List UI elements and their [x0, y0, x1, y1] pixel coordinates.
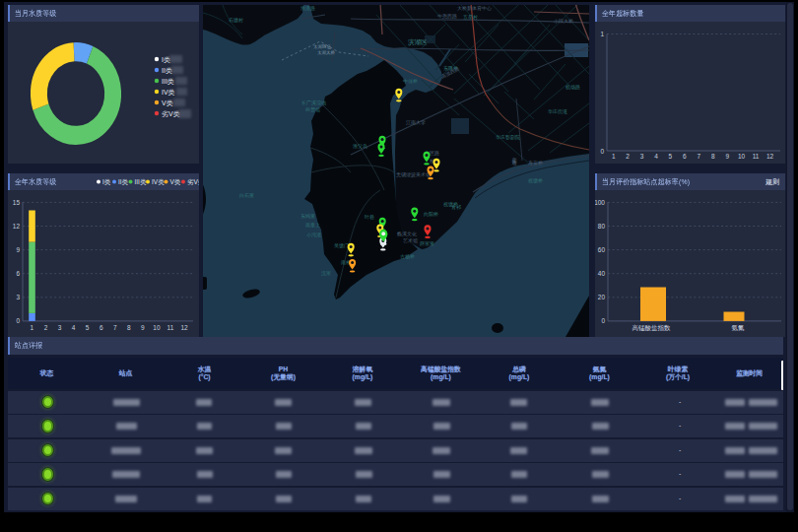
- svg-text:机场路: 机场路: [565, 84, 580, 91]
- svg-text:立信大道: 立信大道: [511, 153, 517, 166]
- svg-text:古杨桥: 古杨桥: [400, 253, 415, 260]
- svg-text:12: 12: [766, 153, 774, 160]
- svg-text:1: 1: [31, 324, 34, 331]
- svg-text:80: 80: [598, 223, 606, 230]
- svg-text:2: 2: [44, 324, 48, 331]
- svg-text:I类: I类: [102, 178, 111, 185]
- svg-text:大桥新体育中心: 大桥新体育中心: [457, 5, 492, 11]
- svg-text:向阳桥: 向阳桥: [424, 211, 438, 218]
- svg-text:石塘村: 石塘村: [229, 17, 243, 24]
- svg-text:9: 9: [141, 324, 145, 331]
- svg-text:60: 60: [598, 246, 606, 253]
- svg-text:III类: III类: [135, 178, 147, 185]
- svg-text:2: 2: [626, 153, 630, 160]
- svg-text:东鸠里: 东鸠里: [300, 213, 315, 219]
- svg-text:小叚大桥: 小叚大桥: [554, 18, 573, 24]
- svg-text:华庄影剧院: 华庄影剧院: [496, 134, 520, 141]
- svg-text:5: 5: [86, 324, 90, 331]
- svg-text:100: 100: [595, 199, 605, 206]
- svg-text:中佳桥: 中佳桥: [403, 78, 418, 84]
- svg-text:8: 8: [711, 153, 715, 160]
- svg-text:IV类: IV类: [162, 89, 175, 96]
- svg-text:6: 6: [100, 324, 103, 331]
- svg-text:II类: II类: [118, 178, 129, 185]
- svg-text:8: 8: [127, 324, 131, 331]
- svg-text:4: 4: [654, 153, 658, 160]
- svg-text:9: 9: [16, 246, 20, 253]
- svg-text:沈家: 沈家: [321, 270, 331, 277]
- svg-text:五星村: 五星村: [463, 14, 478, 21]
- svg-text:0: 0: [601, 317, 605, 324]
- svg-text:南泰上: 南泰上: [305, 222, 320, 228]
- svg-text:1: 1: [600, 31, 604, 37]
- svg-text:0: 0: [600, 148, 604, 155]
- svg-text:祝塘桥: 祝塘桥: [528, 177, 543, 184]
- svg-text:长广溪湿地: 长广溪湿地: [301, 100, 326, 106]
- svg-text:薛家里: 薛家里: [420, 240, 434, 246]
- svg-text:3: 3: [16, 294, 20, 300]
- svg-text:40: 40: [598, 270, 606, 277]
- svg-text:科普馆: 科普馆: [305, 106, 320, 113]
- svg-text:3: 3: [640, 153, 644, 160]
- svg-text:1: 1: [612, 153, 616, 160]
- svg-text:叶巷: 叶巷: [365, 214, 374, 220]
- svg-text:3: 3: [58, 324, 62, 331]
- svg-text:V类: V类: [170, 178, 181, 185]
- svg-text:11: 11: [753, 153, 760, 160]
- svg-text:20: 20: [598, 294, 606, 300]
- svg-text:V类: V类: [162, 100, 173, 106]
- svg-text:劣V类: 劣V类: [187, 178, 199, 186]
- svg-text:11: 11: [167, 324, 174, 331]
- svg-text:无锡绿波美术馆: 无锡绿波美术馆: [396, 171, 431, 178]
- svg-text:10: 10: [153, 324, 161, 331]
- svg-text:白石里: 白石里: [239, 192, 254, 199]
- svg-text:4: 4: [72, 324, 76, 331]
- svg-text:10: 10: [738, 153, 746, 160]
- svg-text:小湾渚: 小湾渚: [306, 232, 321, 238]
- svg-text:江南大学: 江南大学: [406, 119, 426, 126]
- svg-text:6: 6: [683, 153, 687, 160]
- svg-text:III类: III类: [162, 78, 174, 85]
- svg-text:滨湖区: 滨湖区: [408, 38, 428, 46]
- svg-text:太湖大桥: 太湖大桥: [317, 50, 336, 55]
- svg-text:15: 15: [13, 199, 21, 206]
- svg-text:祝塘桥: 祝塘桥: [443, 201, 458, 208]
- svg-text:蠡溪文化: 蠡溪文化: [397, 231, 417, 237]
- svg-text:华庄街道: 华庄街道: [548, 108, 567, 115]
- svg-text:氨氮: 氨氮: [732, 324, 746, 331]
- svg-text:艺术馆: 艺术馆: [403, 237, 418, 243]
- svg-text:6: 6: [16, 270, 20, 277]
- svg-text:IV类: IV类: [152, 178, 165, 185]
- svg-text:12: 12: [13, 223, 21, 230]
- svg-text:渔港路: 渔港路: [300, 5, 315, 12]
- svg-text:劣V类: 劣V类: [162, 110, 180, 118]
- svg-text:7: 7: [697, 153, 700, 160]
- svg-text:12: 12: [180, 324, 188, 331]
- svg-text:5: 5: [669, 153, 673, 160]
- svg-text:寿安桥: 寿安桥: [528, 160, 543, 166]
- svg-text:吴塘门: 吴塘门: [334, 242, 349, 248]
- svg-text:高锰酸盐指数: 高锰酸盐指数: [632, 324, 672, 332]
- svg-text:9: 9: [725, 153, 729, 160]
- svg-text:太湖隧道: 太湖隧道: [313, 43, 332, 49]
- svg-text:0: 0: [16, 317, 20, 324]
- svg-text:7: 7: [113, 324, 117, 331]
- svg-text:渔父岛: 渔父岛: [353, 143, 367, 150]
- svg-text:中尧西路: 中尧西路: [437, 13, 457, 20]
